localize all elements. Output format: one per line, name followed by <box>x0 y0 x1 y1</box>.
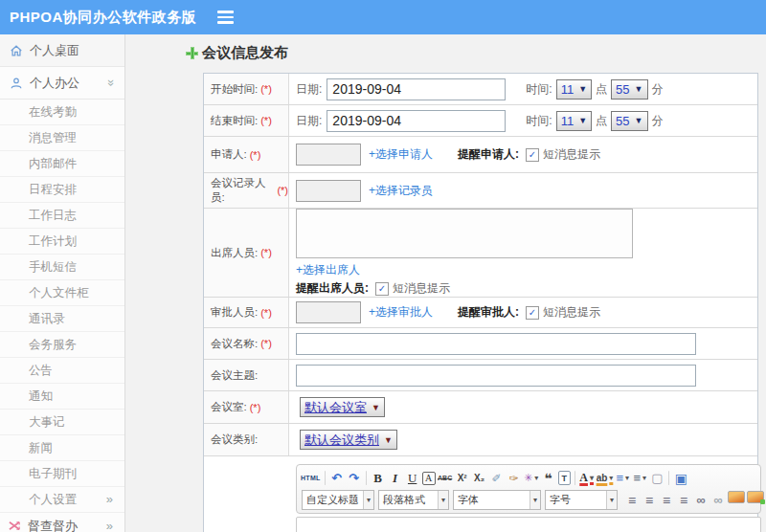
format-brush-icon[interactable]: ✑ <box>507 469 522 488</box>
fullscreen-icon[interactable]: ▣ <box>673 469 688 488</box>
form-row-meeting-name: 会议名称:(*) <box>204 328 757 360</box>
hamburger-menu-icon[interactable] <box>217 8 234 27</box>
eraser-icon[interactable]: ✐ <box>489 469 505 488</box>
editor-toolbar: HTML↶↷BIUAABCX²X₂✐✑✳❝TAab≡≡▢▣ 自定义标题 ▾ 段落… <box>296 464 761 514</box>
sidebar-item-personal-settings[interactable]: 个人设置 » <box>0 487 124 513</box>
form-row-content-editor: HTML↶↷BIUAABCX²X₂✐✑✳❝TAab≡≡▢▣ 自定义标题 ▾ 段落… <box>204 456 757 532</box>
font-border-icon[interactable]: A <box>422 472 436 485</box>
start-date-input[interactable] <box>327 78 506 100</box>
font-size-select[interactable]: 字号 ▾ <box>545 490 618 510</box>
sidebar-item-notice[interactable]: 通知 <box>0 384 124 410</box>
insert-link-icon[interactable]: ∞ <box>693 491 709 510</box>
sidebar-item-announcement[interactable]: 公告 <box>0 358 124 384</box>
remove-link-icon[interactable]: ∞ <box>710 491 726 510</box>
form-row-meeting-topic: 会议主题: <box>204 360 757 391</box>
align-center-icon[interactable]: ≡ <box>642 491 657 510</box>
sidebar-item-mobile-sms[interactable]: 手机短信 <box>0 255 124 280</box>
meeting-name-input[interactable] <box>296 333 696 355</box>
subscript-icon[interactable]: X₂ <box>472 469 487 488</box>
sidebar-item-personal-cabinet[interactable]: 个人文件柜 <box>0 280 124 306</box>
approver-sms-checkbox[interactable]: ✓ <box>526 306 539 320</box>
choose-recorder-link[interactable]: +选择记录员 <box>369 183 433 199</box>
start-hour-select[interactable]: 11 ▼ <box>556 79 592 100</box>
sidebar-item-schedule[interactable]: 日程安排 <box>0 177 124 203</box>
sidebar-item-work-log[interactable]: 工作日志 <box>0 203 124 229</box>
editor-toolbar-row1: HTML↶↷BIUAABCX²X₂✐✑✳❝TAab≡≡▢▣ <box>300 467 757 489</box>
redo-icon[interactable]: ↷ <box>347 469 362 488</box>
sidebar-item-personal-office[interactable]: 个人办公 » <box>0 67 124 100</box>
paste-text-icon[interactable]: T <box>558 471 571 485</box>
align-left-icon[interactable]: ≡ <box>624 491 640 510</box>
select-arrow-icon: ▼ <box>372 403 380 412</box>
new-page-icon[interactable]: ▢ <box>649 469 665 488</box>
sidebar-item-online-attendance[interactable]: 在线考勤 <box>0 100 124 125</box>
end-hour-select[interactable]: 11 ▼ <box>556 111 592 131</box>
start-minute-select[interactable]: 55 ▼ <box>611 79 647 100</box>
approver-input[interactable] <box>296 301 361 323</box>
main-content: 会议信息发布 开始时间:(*) 日期: 时间: 11 ▼ 点 55 <box>125 34 766 532</box>
editor-content-area[interactable] <box>296 517 761 532</box>
sidebar-item-major-events[interactable]: 大事记 <box>0 410 124 435</box>
ordered-list-icon[interactable]: ≡ <box>615 469 630 488</box>
strikethrough-icon[interactable]: ABC <box>438 469 453 488</box>
autotypeset-icon[interactable]: ✳ <box>524 469 539 488</box>
sidebar-item-news[interactable]: 新闻 <box>0 435 124 461</box>
toolbar-separator <box>574 471 575 485</box>
chevron-right-icon: » <box>106 519 113 532</box>
sidebar-item-e-journal[interactable]: 电子期刊 <box>0 461 124 487</box>
supervise-shuffle-icon <box>8 520 22 532</box>
font-color-icon[interactable]: A <box>579 469 595 488</box>
dropdown-arrow-icon: ▾ <box>363 491 373 509</box>
form-row-meeting-category: 会议类别: 默认会议类别 ▼ <box>204 424 757 456</box>
applicant-sms-checkbox[interactable]: ✓ <box>526 148 539 162</box>
highlight-color-icon[interactable]: ab <box>597 469 614 488</box>
toolbar-separator <box>668 471 669 485</box>
attendees-sms-checkbox[interactable]: ✓ <box>375 282 389 296</box>
sidebar-item-supervision[interactable]: 督查督办 » <box>0 513 124 532</box>
end-minute-select[interactable]: 55 ▼ <box>611 111 647 131</box>
upload-image-icon[interactable] <box>747 491 764 503</box>
select-arrow-icon: ▼ <box>578 84 587 94</box>
custom-title-select[interactable]: 自定义标题 ▾ <box>302 490 374 510</box>
choose-attendees-link[interactable]: +选择出席人 <box>296 262 360 278</box>
sidebar-submenu: 在线考勤 消息管理 内部邮件 日程安排 工作日志 工作计划 <box>0 100 124 513</box>
applicant-input[interactable] <box>296 144 361 166</box>
sidebar-item-personal-desktop[interactable]: 个人桌面 <box>0 34 124 67</box>
home-icon <box>10 44 23 57</box>
underline-icon[interactable]: U <box>405 469 420 488</box>
attendees-textarea[interactable] <box>296 209 633 258</box>
unordered-list-icon[interactable]: ≡ <box>632 469 647 488</box>
insert-image-icon[interactable] <box>728 491 745 503</box>
sidebar-item-work-plan[interactable]: 工作计划 <box>0 229 124 255</box>
undo-icon[interactable]: ↶ <box>329 469 345 488</box>
form-row-applicant: 申请人:(*) +选择申请人 提醒申请人: ✓ 短消息提示 <box>204 137 757 173</box>
sidebar-item-internal-mail[interactable]: 内部邮件 <box>0 151 124 177</box>
recorder-input[interactable] <box>296 180 361 202</box>
dropdown-arrow-icon: ▾ <box>529 491 540 509</box>
sidebar: 个人桌面 个人办公 » 在线考勤 消息管理 内部邮件 <box>0 34 125 532</box>
toolbar-separator <box>325 471 326 485</box>
meeting-topic-input[interactable] <box>296 365 696 387</box>
form-row-meeting-room: 会议室:(*) 默认会议室 ▼ <box>204 391 757 424</box>
meeting-category-select[interactable]: 默认会议类别 ▼ <box>300 430 397 450</box>
font-family-select[interactable]: 字体 ▾ <box>453 490 541 510</box>
meeting-room-select[interactable]: 默认会议室 ▼ <box>300 397 385 417</box>
dropdown-arrow-icon: ▾ <box>606 491 617 509</box>
select-arrow-icon: ▼ <box>578 116 587 125</box>
align-right-icon[interactable]: ≡ <box>659 491 674 510</box>
app-title: PHPOA协同办公软件政务版 <box>0 9 196 27</box>
choose-applicant-link[interactable]: +选择申请人 <box>369 146 433 163</box>
italic-icon[interactable]: I <box>388 469 403 488</box>
align-justify-icon[interactable]: ≡ <box>676 491 691 510</box>
sidebar-item-meeting-service[interactable]: 会务服务 <box>0 332 124 358</box>
html-source-icon[interactable]: HTML <box>301 469 321 488</box>
choose-approver-link[interactable]: +选择审批人 <box>369 304 433 321</box>
superscript-icon[interactable]: X² <box>455 469 470 488</box>
form-row-start-time: 开始时间:(*) 日期: 时间: 11 ▼ 点 55 ▼ 分 <box>204 74 757 105</box>
sidebar-item-contacts[interactable]: 通讯录 <box>0 306 124 332</box>
sidebar-item-message-management[interactable]: 消息管理 <box>0 125 124 151</box>
blockquote-icon[interactable]: ❝ <box>541 469 556 488</box>
paragraph-format-select[interactable]: 段落格式 ▾ <box>378 490 449 510</box>
bold-icon[interactable]: B <box>371 469 386 488</box>
end-date-input[interactable] <box>327 110 506 132</box>
